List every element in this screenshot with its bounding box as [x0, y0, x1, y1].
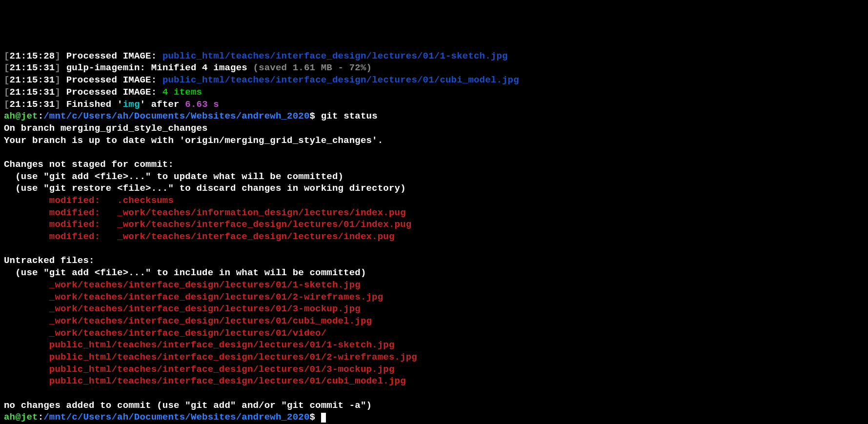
log-label: gulp-imagemin: Minified 4 images — [66, 62, 247, 73]
prompt-line: ah@jet:/mnt/c/Users/ah/Documents/Website… — [4, 110, 864, 122]
log-label: Processed IMAGE: — [66, 87, 157, 98]
log-count: 4 items — [162, 87, 202, 98]
duration: 6.63 s — [185, 99, 219, 110]
terminal-output[interactable]: [21:15:28] Processed IMAGE: public_html/… — [4, 50, 864, 424]
log-prefix: Finished ' — [66, 99, 123, 110]
git-hint: (use "git add <file>..." to update what … — [4, 171, 864, 183]
cursor-icon — [321, 413, 326, 423]
git-hint: (use "git add <file>..." to include in w… — [4, 267, 864, 279]
git-modified-file: modified: .checksums — [4, 195, 864, 207]
log-line: [21:15:31] Finished 'img' after 6.63 s — [4, 99, 864, 111]
prompt-user: ah@jet — [4, 111, 38, 121]
prompt-path: /mnt/c/Users/ah/Documents/Websites/andre… — [43, 111, 309, 121]
git-branch: On branch merging_grid_style_changes — [4, 122, 864, 135]
log-line: [21:15:31] gulp-imagemin: Minified 4 ima… — [4, 62, 864, 74]
git-untracked-file: public_html/teaches/interface_design/lec… — [4, 363, 864, 376]
log-path: public_html/teaches/interface_design/lec… — [162, 75, 519, 85]
timestamp: 21:15:31 — [10, 87, 55, 98]
timestamp: 21:15:31 — [10, 75, 55, 85]
log-line: [21:15:31] Processed IMAGE: 4 items — [4, 86, 864, 99]
git-untracked-file: _work/teaches/interface_design/lectures/… — [4, 327, 864, 340]
git-untracked-file: _work/teaches/interface_design/lectures/… — [4, 315, 864, 327]
git-untracked-file: _work/teaches/interface_design/lectures/… — [4, 291, 864, 303]
prompt-dollar: $ — [310, 111, 316, 121]
log-postfix: ' after — [140, 99, 185, 110]
git-modified-file: modified: _work/teaches/interface_design… — [4, 231, 864, 243]
git-uptodate: Your branch is up to date with 'origin/m… — [4, 135, 864, 147]
log-label: Processed IMAGE: — [66, 51, 157, 61]
prompt-path: /mnt/c/Users/ah/Documents/Websites/andre… — [43, 412, 309, 423]
git-hint: (use "git restore <file>..." to discard … — [4, 182, 864, 195]
log-label: Processed IMAGE: — [66, 75, 157, 85]
log-extra: (saved 1.61 MB - 72%) — [253, 62, 372, 73]
git-untracked-file: _work/teaches/interface_design/lectures/… — [4, 279, 864, 291]
log-path: public_html/teaches/interface_design/lec… — [162, 51, 508, 61]
git-section-header: Changes not staged for commit: — [4, 159, 864, 171]
command: git status — [321, 111, 378, 121]
git-untracked-file: public_html/teaches/interface_design/lec… — [4, 375, 864, 387]
timestamp: 21:15:31 — [10, 62, 55, 73]
prompt-colon: : — [38, 111, 44, 121]
log-line: [21:15:28] Processed IMAGE: public_html/… — [4, 50, 864, 62]
prompt-dollar: $ — [310, 412, 316, 423]
prompt-colon: : — [38, 412, 44, 423]
git-untracked-file: public_html/teaches/interface_design/lec… — [4, 339, 864, 351]
git-untracked-file: _work/teaches/interface_design/lectures/… — [4, 303, 864, 315]
git-untracked-file: public_html/teaches/interface_design/lec… — [4, 351, 864, 363]
timestamp: 21:15:31 — [10, 99, 55, 110]
git-section-header: Untracked files: — [4, 255, 864, 267]
prompt-user: ah@jet — [4, 412, 38, 423]
git-footer: no changes added to commit (use "git add… — [4, 400, 864, 412]
git-modified-file: modified: _work/teaches/interface_design… — [4, 219, 864, 231]
log-line: [21:15:31] Processed IMAGE: public_html/… — [4, 74, 864, 86]
task-name: img — [123, 99, 140, 110]
prompt-line[interactable]: ah@jet:/mnt/c/Users/ah/Documents/Website… — [4, 411, 864, 424]
timestamp: 21:15:28 — [10, 51, 55, 61]
git-modified-file: modified: _work/teaches/information_desi… — [4, 207, 864, 219]
